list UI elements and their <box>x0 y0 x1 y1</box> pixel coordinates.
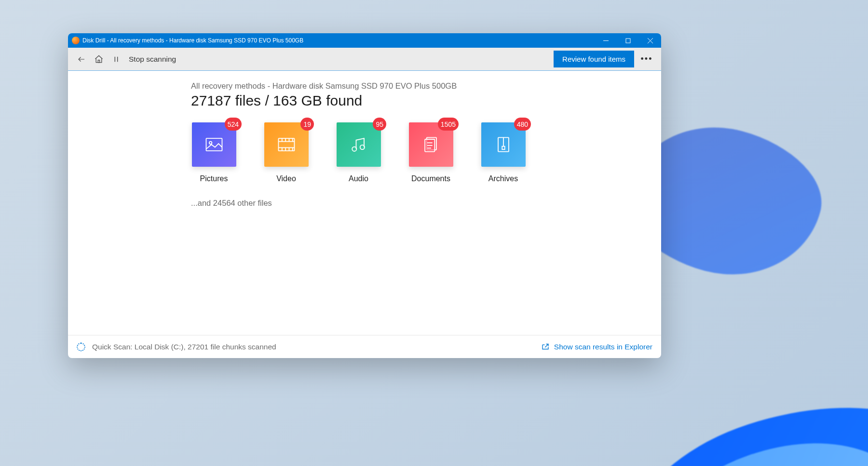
category-label: Documents <box>411 174 450 183</box>
category-pictures[interactable]: 524 Pictures <box>191 122 237 183</box>
back-button[interactable] <box>73 51 90 68</box>
content-area: All recovery methods - Hardware disk Sam… <box>68 71 661 335</box>
pictures-count-badge: 524 <box>225 118 242 131</box>
stop-scanning-button[interactable]: Stop scanning <box>129 55 176 64</box>
minimize-button[interactable] <box>595 33 617 48</box>
category-archives[interactable]: 480 Archives <box>480 122 526 183</box>
svg-rect-1 <box>626 39 630 43</box>
category-tiles: 524 Pictures 19 Video 95 Audio <box>191 122 586 183</box>
loading-spinner-icon <box>77 343 85 351</box>
statusbar: Quick Scan: Local Disk (C:), 27201 file … <box>68 335 661 358</box>
close-button[interactable] <box>639 33 661 48</box>
home-button[interactable] <box>90 51 108 68</box>
svg-point-21 <box>352 147 356 151</box>
pause-button[interactable] <box>108 51 125 68</box>
scan-heading: 27187 files / 163 GB found <box>191 93 586 109</box>
toolbar: Stop scanning Review found items ••• <box>68 48 661 71</box>
video-icon <box>264 122 309 167</box>
app-icon <box>72 37 80 44</box>
status-text: Quick Scan: Local Disk (C:), 27201 file … <box>92 343 276 351</box>
scan-subtitle: All recovery methods - Hardware disk Sam… <box>191 81 586 91</box>
category-label: Audio <box>349 174 368 183</box>
explorer-link-label: Show scan results in Explorer <box>554 343 652 351</box>
more-menu-button[interactable]: ••• <box>637 51 656 68</box>
category-audio[interactable]: 95 Audio <box>336 122 381 183</box>
external-link-icon <box>541 343 550 351</box>
other-files-text: ...and 24564 other files <box>191 199 586 208</box>
archives-count-badge: 480 <box>514 118 531 131</box>
audio-count-badge: 95 <box>373 118 386 131</box>
svg-rect-10 <box>278 138 294 151</box>
category-documents[interactable]: 1505 Documents <box>408 122 454 183</box>
titlebar[interactable]: Disk Drill - All recovery methods - Hard… <box>68 33 661 48</box>
window-title: Disk Drill - All recovery methods - Hard… <box>82 37 595 44</box>
category-label: Video <box>276 174 296 183</box>
category-label: Archives <box>488 174 518 183</box>
show-in-explorer-link[interactable]: Show scan results in Explorer <box>541 343 652 351</box>
review-found-items-button[interactable]: Review found items <box>554 51 634 67</box>
app-window: Disk Drill - All recovery methods - Hard… <box>68 33 661 358</box>
video-count-badge: 19 <box>300 118 314 131</box>
svg-rect-5 <box>98 60 99 62</box>
maximize-button[interactable] <box>617 33 639 48</box>
category-label: Pictures <box>200 174 228 183</box>
category-video[interactable]: 19 Video <box>263 122 309 183</box>
documents-count-badge: 1505 <box>438 118 459 131</box>
audio-icon <box>337 122 381 167</box>
svg-rect-30 <box>502 146 505 149</box>
svg-point-9 <box>209 142 212 145</box>
